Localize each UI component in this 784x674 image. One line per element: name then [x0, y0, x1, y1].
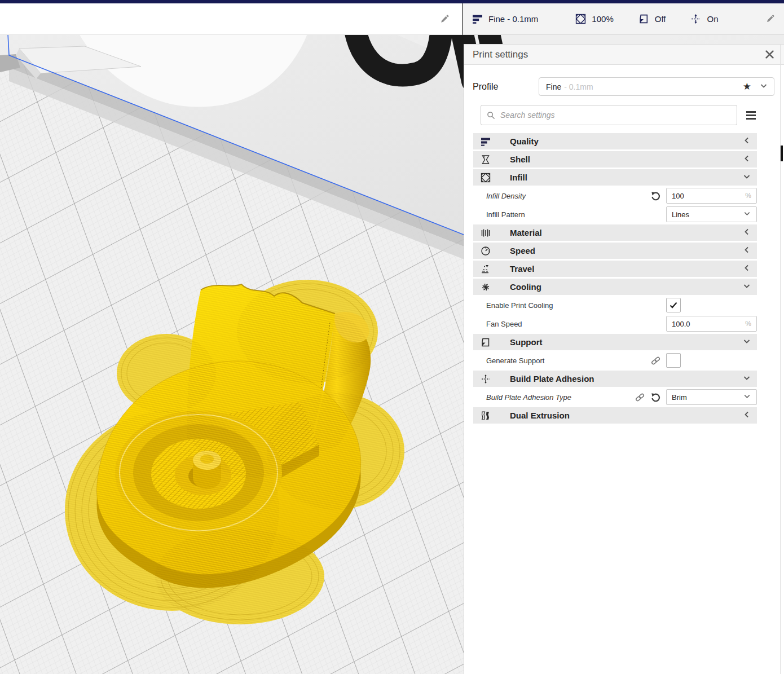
- star-icon[interactable]: ★: [743, 82, 751, 91]
- setting-label: Infill Pattern: [486, 210, 525, 219]
- profile-row: Profile Fine - 0.1mm ★: [464, 65, 784, 96]
- setting-label: Enable Print Cooling: [486, 301, 553, 310]
- search-input[interactable]: [499, 110, 731, 120]
- close-icon[interactable]: [765, 50, 774, 59]
- support-icon: [480, 337, 491, 347]
- profile-suffix: - 0.1mm: [564, 82, 593, 91]
- chevron-left-icon: [742, 154, 751, 165]
- setting-label: Generate Support: [486, 356, 544, 365]
- search-box[interactable]: [481, 105, 737, 125]
- dual-extrusion-icon: [480, 411, 491, 421]
- panel-header: Print settings: [464, 45, 784, 65]
- summary-infill[interactable]: 100%: [575, 14, 613, 24]
- settings-category-list: Quality Shell Infill Inf: [464, 125, 784, 424]
- infill-icon: [575, 14, 586, 24]
- search-row: [464, 96, 784, 125]
- profile-dropdown[interactable]: Fine - 0.1mm ★: [539, 77, 774, 96]
- toolbar-left: [0, 3, 463, 35]
- chevron-left-icon: [742, 136, 751, 147]
- travel-icon: [480, 264, 491, 274]
- setting-generate-support: Generate Support: [473, 352, 757, 369]
- category-travel[interactable]: Travel: [473, 261, 757, 277]
- chevron-down-icon: [742, 281, 751, 293]
- category-quality[interactable]: Quality: [473, 133, 757, 149]
- category-label: Quality: [510, 136, 539, 146]
- chevron-left-icon: [742, 410, 751, 421]
- layers-icon: [472, 14, 483, 24]
- chevron-down-icon: [742, 172, 751, 183]
- panel-scroll-track: [780, 44, 781, 674]
- chevron-left-icon: [742, 227, 751, 239]
- adhesion-icon: [480, 374, 491, 384]
- adhesion-type-dropdown[interactable]: Brim: [666, 389, 757, 405]
- support-icon: [638, 14, 649, 24]
- link-icon: [650, 355, 661, 366]
- profile-value: Fine: [546, 82, 561, 91]
- page-title: Print settings: [473, 49, 528, 60]
- category-label: Build Plate Adhesion: [510, 374, 594, 384]
- category-label: Speed: [510, 246, 535, 255]
- chevron-down-icon: [743, 209, 751, 220]
- shell-icon: [480, 155, 491, 165]
- category-label: Support: [510, 337, 543, 347]
- setting-label: Infill Density: [486, 192, 526, 200]
- edit-pencil-icon[interactable]: [765, 14, 775, 24]
- print-setup-summary[interactable]: Fine - 0.1mm 100% Off On: [463, 3, 784, 35]
- edit-pencil-icon[interactable]: [439, 14, 450, 24]
- material-icon: [480, 228, 491, 238]
- chevron-left-icon: [742, 245, 751, 257]
- summary-infill-text: 100%: [592, 14, 613, 24]
- category-label: Shell: [510, 155, 530, 164]
- setting-enable-print-cooling: Enable Print Cooling: [473, 297, 757, 314]
- category-label: Cooling: [510, 282, 541, 292]
- category-cooling[interactable]: Cooling: [473, 279, 757, 295]
- generate-support-checkbox[interactable]: [666, 353, 681, 368]
- summary-adhesion-text: On: [707, 14, 718, 24]
- chevron-down-icon: [743, 392, 751, 403]
- category-shell[interactable]: Shell: [473, 151, 757, 168]
- checkmark-icon: [669, 301, 678, 310]
- category-label: Travel: [510, 264, 534, 274]
- category-dual-extrusion[interactable]: Dual Extrusion: [473, 407, 757, 424]
- chevron-down-icon: [742, 373, 751, 385]
- category-build-plate-adhesion[interactable]: Build Plate Adhesion: [473, 371, 757, 387]
- setting-infill-pattern: Infill Pattern Lines: [473, 206, 757, 223]
- layers-icon: [480, 136, 491, 147]
- enable-cooling-checkbox[interactable]: [666, 298, 681, 312]
- cooling-icon: [480, 282, 491, 292]
- setting-fan-speed: Fan Speed 100.0 %: [473, 315, 757, 332]
- infill-density-input[interactable]: 100 %: [666, 188, 757, 204]
- speed-icon: [480, 246, 491, 256]
- category-label: Dual Extrusion: [510, 411, 570, 420]
- summary-profile-text: Fine - 0.1mm: [488, 14, 538, 24]
- category-label: Infill: [510, 173, 527, 182]
- category-material[interactable]: Material: [473, 224, 757, 241]
- scrollbar-thumb[interactable]: [781, 146, 783, 161]
- category-infill[interactable]: Infill: [473, 169, 757, 186]
- category-support[interactable]: Support: [473, 334, 757, 350]
- setting-build-plate-adhesion-type: Build Plate Adhesion Type Brim: [473, 389, 757, 406]
- summary-adhesion[interactable]: On: [690, 14, 718, 24]
- setting-infill-density: Infill Density 100 %: [473, 187, 757, 204]
- top-navy-bar: [0, 0, 784, 3]
- infill-pattern-dropdown[interactable]: Lines: [666, 206, 757, 222]
- chevron-left-icon: [742, 263, 751, 275]
- summary-support-text: Off: [655, 14, 666, 24]
- reset-icon[interactable]: [650, 191, 661, 201]
- print-settings-panel: Print settings Profile Fine - 0.1mm ★: [464, 44, 784, 674]
- summary-profile[interactable]: Fine - 0.1mm: [472, 14, 538, 24]
- summary-support[interactable]: Off: [638, 14, 666, 24]
- link-icon: [635, 392, 645, 403]
- setting-label: Build Plate Adhesion Type: [486, 393, 571, 402]
- fan-speed-input[interactable]: 100.0 %: [666, 316, 757, 332]
- category-label: Material: [510, 228, 542, 237]
- category-speed[interactable]: Speed: [473, 243, 757, 259]
- search-icon: [487, 111, 495, 120]
- menu-icon[interactable]: [746, 111, 756, 120]
- profile-label: Profile: [473, 82, 539, 92]
- chevron-down-icon: [742, 337, 751, 348]
- setting-label: Fan Speed: [486, 320, 522, 328]
- reset-icon[interactable]: [650, 392, 661, 403]
- adhesion-icon: [690, 14, 701, 24]
- infill-icon: [480, 173, 491, 183]
